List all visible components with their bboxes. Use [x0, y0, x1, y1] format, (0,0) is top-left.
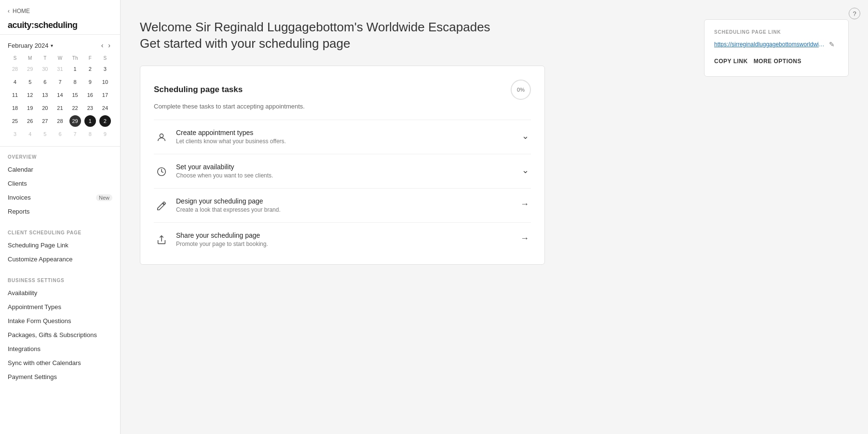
cal-day[interactable]: 16 — [84, 89, 96, 101]
copy-link-button[interactable]: COPY LINK — [714, 56, 748, 67]
sidebar-item-sync[interactable]: Sync with other Calendars — [8, 356, 112, 370]
cal-day[interactable]: 6 — [54, 128, 66, 140]
sidebar-item-integrations[interactable]: Integrations — [8, 342, 112, 356]
cal-day[interactable]: 29 — [24, 63, 36, 75]
cal-day[interactable]: 28 — [54, 115, 66, 127]
task-name-3: Design your scheduling page — [176, 197, 512, 205]
cal-day[interactable]: 9 — [99, 128, 111, 140]
cal-day[interactable]: 7 — [54, 76, 66, 88]
cal-day[interactable]: 3 — [99, 63, 111, 75]
cal-day[interactable]: 1 — [84, 115, 96, 127]
cal-day[interactable]: 29 — [69, 115, 81, 127]
task-content-2: Set your availability Choose when you wa… — [176, 163, 513, 179]
sidebar-item-packages[interactable]: Packages, Gifts & Subscriptions — [8, 328, 112, 342]
cal-day[interactable]: 15 — [69, 89, 81, 101]
task-create-appointment-types[interactable]: Create appointment types Let clients kno… — [154, 120, 531, 154]
task-desc-2: Choose when you want to see clients. — [176, 172, 513, 179]
next-month-button[interactable]: › — [106, 41, 112, 50]
cal-day[interactable]: 17 — [99, 89, 111, 101]
cal-day[interactable]: 28 — [9, 63, 21, 75]
overview-label: OVERVIEW — [8, 154, 112, 160]
cal-day[interactable]: 24 — [99, 102, 111, 114]
cal-day[interactable]: 21 — [54, 102, 66, 114]
sidebar-item-intake-form[interactable]: Intake Form Questions — [8, 314, 112, 328]
month-year-label: February 2024 — [8, 42, 49, 49]
home-label: HOME — [13, 8, 30, 14]
business-settings-label: BUSINESS SETTINGS — [8, 278, 112, 283]
scheduling-link-label: SCHEDULING PAGE LINK — [714, 29, 839, 35]
cal-day[interactable]: 9 — [84, 76, 96, 88]
packages-label: Packages, Gifts & Subscriptions — [8, 331, 97, 339]
sidebar-item-payment[interactable]: Payment Settings — [8, 370, 112, 384]
cal-day-header: F — [83, 54, 97, 62]
cal-day[interactable]: 30 — [39, 63, 51, 75]
cal-day[interactable]: 27 — [39, 115, 51, 127]
sidebar-item-clients[interactable]: Clients — [8, 176, 112, 190]
clients-nav-label: Clients — [8, 180, 27, 187]
cal-day[interactable]: 6 — [39, 76, 51, 88]
cal-day[interactable]: 20 — [39, 102, 51, 114]
cal-day[interactable]: 23 — [84, 102, 96, 114]
cal-day[interactable]: 5 — [39, 128, 51, 140]
task-desc-1: Let clients know what your business offe… — [176, 138, 513, 145]
task-name-2: Set your availability — [176, 163, 513, 171]
cal-day[interactable]: 2 — [84, 63, 96, 75]
task-name-4: Share your scheduling page — [176, 231, 512, 239]
help-icon[interactable]: ? — [849, 8, 860, 19]
edit-icon[interactable]: ✎ — [829, 41, 835, 48]
cal-day[interactable]: 31 — [54, 63, 66, 75]
cal-day[interactable]: 12 — [24, 89, 36, 101]
task-design-scheduling-page[interactable]: Design your scheduling page Create a loo… — [154, 188, 531, 222]
task-set-availability[interactable]: Set your availability Choose when you wa… — [154, 154, 531, 188]
cal-day[interactable]: 4 — [9, 76, 21, 88]
cal-day[interactable]: 8 — [69, 76, 81, 88]
cal-day-header: S — [8, 54, 22, 62]
welcome-line1: Welcome Sir Reginald Luggagebottom's Wor… — [140, 19, 692, 36]
sidebar-item-scheduling-page-link[interactable]: Scheduling Page Link — [8, 238, 112, 252]
cal-day[interactable]: 22 — [69, 102, 81, 114]
prev-month-button[interactable]: ‹ — [99, 41, 106, 50]
cal-day[interactable]: 8 — [84, 128, 96, 140]
home-link[interactable]: ‹ HOME — [8, 8, 112, 14]
overview-section: OVERVIEW Calendar Clients Invoices New R… — [0, 147, 120, 222]
cal-day[interactable]: 14 — [54, 89, 66, 101]
sidebar-item-calendar[interactable]: Calendar — [8, 163, 112, 176]
svg-point-0 — [160, 134, 163, 137]
appointment-types-label: Appointment Types — [8, 303, 61, 311]
cal-day[interactable]: 2 — [99, 115, 111, 127]
cal-day[interactable]: 10 — [99, 76, 111, 88]
more-options-button[interactable]: MORE OPTIONS — [754, 56, 801, 67]
sync-label: Sync with other Calendars — [8, 359, 81, 366]
cal-day-header: W — [53, 54, 67, 62]
cal-day[interactable]: 1 — [69, 63, 81, 75]
tasks-card-header: Scheduling page tasks 0% — [154, 80, 531, 100]
cal-day[interactable]: 5 — [24, 76, 36, 88]
main-content: Welcome Sir Reginald Luggagebottom's Wor… — [121, 0, 868, 434]
cal-day[interactable]: 19 — [24, 102, 36, 114]
availability-icon — [154, 164, 169, 179]
link-buttons: COPY LINK MORE OPTIONS — [714, 56, 839, 67]
calendar-month[interactable]: February 2024 ▾ — [8, 42, 53, 49]
cal-day[interactable]: 13 — [39, 89, 51, 101]
sidebar-item-availability[interactable]: Availability — [8, 286, 112, 300]
task-share-scheduling-page[interactable]: Share your scheduling page Promote your … — [154, 222, 531, 257]
sidebar-item-invoices[interactable]: Invoices New — [8, 190, 112, 204]
cal-day[interactable]: 7 — [69, 128, 81, 140]
task-desc-3: Create a look that expresses your brand. — [176, 206, 512, 213]
cal-day[interactable]: 25 — [9, 115, 21, 127]
cal-day[interactable]: 3 — [9, 128, 21, 140]
cal-day[interactable]: 11 — [9, 89, 21, 101]
sidebar: ‹ HOME acuity:scheduling February 2024 ▾… — [0, 0, 121, 434]
page-title: Welcome Sir Reginald Luggagebottom's Wor… — [140, 19, 692, 52]
cal-day-header: M — [23, 54, 37, 62]
sidebar-item-customize-appearance[interactable]: Customize Appearance — [8, 252, 112, 266]
calendar-nav-label: Calendar — [8, 166, 33, 173]
task-content-3: Design your scheduling page Create a loo… — [176, 197, 512, 213]
scheduling-url[interactable]: https://sirreginaldluggagebottomsworldwi… — [714, 41, 825, 48]
sidebar-item-appointment-types[interactable]: Appointment Types — [8, 300, 112, 314]
cal-day[interactable]: 26 — [24, 115, 36, 127]
sidebar-item-reports[interactable]: Reports — [8, 204, 112, 218]
invoices-badge: New — [96, 194, 112, 201]
cal-day[interactable]: 4 — [24, 128, 36, 140]
cal-day[interactable]: 18 — [9, 102, 21, 114]
